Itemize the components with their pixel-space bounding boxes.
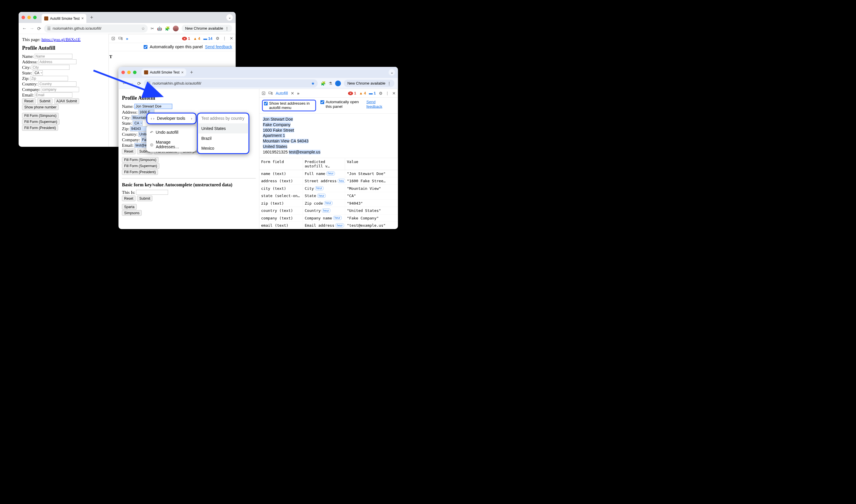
new-chrome-button[interactable]: New Chrome available ⋮ — [344, 79, 395, 87]
settings-icon[interactable]: ⚙ — [379, 91, 382, 96]
reset-button[interactable]: Reset — [122, 149, 136, 154]
table-row[interactable]: email (text)Email address heur"test@exam… — [260, 221, 398, 229]
scissors-icon[interactable]: ✂ — [150, 26, 154, 31]
fill-president-button[interactable]: Fill Form (President) — [122, 169, 158, 175]
state-select[interactable]: CA — [33, 70, 43, 76]
email-input[interactable] — [35, 93, 72, 98]
table-row[interactable]: country (text)Country heur"United States… — [260, 206, 398, 214]
address-input[interactable] — [38, 59, 76, 64]
profile-avatar[interactable] — [173, 25, 179, 31]
state-select[interactable]: CA — [133, 121, 143, 126]
table-row[interactable]: city (text)City heur"Mountain View" — [260, 184, 398, 192]
device-icon[interactable] — [118, 37, 123, 40]
bookmark-icon[interactable]: ☆ — [141, 26, 145, 31]
info-count[interactable]: ▬ 14 — [203, 36, 212, 41]
close-window-icon[interactable] — [122, 71, 125, 74]
bookmark-icon[interactable]: ★ — [311, 81, 315, 86]
minimize-window-icon[interactable] — [127, 71, 131, 74]
show-test-addresses-option[interactable]: Show test addresses in autofill menu — [262, 100, 316, 111]
table-row[interactable]: state (select-on…State heur"CA" — [260, 192, 398, 199]
new-tab-button[interactable]: + — [90, 15, 93, 21]
error-count[interactable]: ✕ 1 — [182, 36, 190, 41]
company-input[interactable] — [41, 87, 79, 92]
simpsons2-button[interactable]: Simpsons — [122, 210, 142, 216]
city-input[interactable] — [32, 65, 70, 70]
profile-avatar[interactable]: 👤 — [335, 80, 341, 86]
browser-tab[interactable]: Autofill Smoke Test × — [142, 69, 186, 76]
close-tab-icon[interactable]: × — [82, 16, 84, 21]
more-tabs-button[interactable]: » — [126, 36, 128, 41]
show-phone-button[interactable]: Show phone number — [22, 105, 59, 110]
name-input[interactable] — [134, 104, 172, 109]
new-chrome-button[interactable]: New Chrome available ⋮ — [182, 25, 232, 32]
fill-superman-button[interactable]: Fill Form (Superman) — [22, 119, 59, 125]
country-brazil[interactable]: Brazil — [198, 133, 249, 143]
zip-input[interactable] — [30, 76, 68, 81]
minimize-window-icon[interactable] — [27, 16, 31, 19]
country-united-states[interactable]: United States — [198, 124, 249, 133]
back-button[interactable]: ← — [122, 81, 127, 86]
warning-count[interactable]: ▲ 4 — [193, 36, 200, 41]
maximize-window-icon[interactable] — [133, 71, 137, 74]
address-bar[interactable]: ☰ rsolomakhin.github.io/autofill/ ★ — [144, 79, 318, 88]
info-count[interactable]: ▬ 1 — [369, 91, 376, 96]
col-form-field[interactable]: Form field — [260, 158, 303, 169]
warning-count[interactable]: ▲ 4 — [359, 91, 366, 96]
submit2-button[interactable]: Submit — [137, 196, 153, 201]
col-value[interactable]: Value — [345, 158, 398, 169]
close-devtools-icon[interactable]: ✕ — [230, 36, 233, 41]
new-tab-button[interactable]: + — [190, 70, 193, 76]
manage-addresses-item[interactable]: ◎ Manage Addresses… — [146, 138, 197, 152]
autofill-tab[interactable]: Autofill — [275, 91, 288, 96]
browser-tab[interactable]: Autofill Smoke Test × — [41, 14, 86, 23]
reload-button[interactable]: ⟳ — [137, 80, 141, 86]
auto-open-option[interactable]: Automatically open this panel — [320, 100, 362, 109]
back-button[interactable]: ← — [22, 26, 27, 31]
country-mexico[interactable]: Mexico — [198, 143, 249, 153]
close-tab-icon[interactable]: × — [181, 70, 183, 75]
tab-list-button[interactable]: ⌄ — [389, 69, 395, 76]
close-devtools-icon[interactable]: ✕ — [392, 91, 396, 96]
send-feedback-link[interactable]: Send feedback — [205, 45, 232, 49]
close-window-icon[interactable] — [21, 16, 25, 19]
developer-tools-item[interactable]: ‹ › Developer tools › — [147, 114, 196, 124]
table-row[interactable]: name (text)Full name heur"Jon Stewart Do… — [260, 170, 398, 177]
reset2-button[interactable]: Reset — [122, 196, 136, 201]
site-info-icon[interactable]: ☰ — [47, 26, 51, 31]
send-feedback-link[interactable]: Send feedback — [367, 100, 387, 109]
sparta-button[interactable]: Sparta — [122, 204, 137, 210]
site-info-icon[interactable]: ☰ — [147, 81, 150, 86]
table-row[interactable]: address (text)Street address heu"1600 Fa… — [260, 177, 398, 184]
name-input[interactable] — [35, 54, 72, 59]
col-predicted[interactable]: Predicted autofill v… — [303, 158, 345, 169]
fill-simpsons-button[interactable]: Fill Form (Simpsons) — [122, 157, 159, 163]
ajax-submit-button[interactable]: AJAX Submit — [54, 98, 79, 104]
extensions-icon[interactable]: 🧩 — [321, 81, 326, 86]
auto-open-checkbox[interactable] — [320, 100, 324, 104]
this-is-input[interactable] — [136, 190, 168, 195]
inspect-icon[interactable] — [111, 37, 115, 40]
devtools-menu-icon[interactable]: ⋮ — [385, 91, 389, 96]
undo-autofill-item[interactable]: ↶ Undo autofill — [146, 128, 197, 138]
reset-button[interactable]: Reset — [22, 98, 35, 104]
devtools-menu-icon[interactable]: ⋮ — [222, 36, 227, 41]
extensions-icon[interactable]: 🧩 — [165, 26, 170, 31]
error-count[interactable]: ✕ 1 — [348, 91, 356, 96]
table-row[interactable]: company (text)Company name heur"Fake Com… — [260, 214, 398, 222]
auto-open-checkbox[interactable] — [144, 45, 147, 49]
device-icon[interactable] — [268, 91, 273, 95]
table-row[interactable]: zip (text)Zip code heur"94043" — [260, 199, 398, 207]
show-test-addresses-checkbox[interactable] — [264, 102, 268, 106]
country-input[interactable] — [38, 82, 76, 87]
page-link[interactable]: https://goo.gl/B6Xs1E — [41, 37, 81, 42]
labs-icon[interactable]: ⚗ — [328, 81, 332, 86]
inspect-icon[interactable] — [262, 91, 266, 95]
more-tabs-button[interactable]: » — [297, 91, 300, 96]
reload-button[interactable]: ⟳ — [37, 25, 41, 31]
settings-icon[interactable]: ⚙ — [216, 36, 219, 41]
robot-icon[interactable]: 🤖 — [157, 26, 162, 31]
submit-button[interactable]: Submit — [37, 98, 52, 104]
fill-simpsons-button[interactable]: Fill Form (Simpsons) — [22, 113, 59, 119]
fill-president-button[interactable]: Fill Form (President) — [22, 125, 58, 131]
maximize-window-icon[interactable] — [33, 16, 37, 19]
